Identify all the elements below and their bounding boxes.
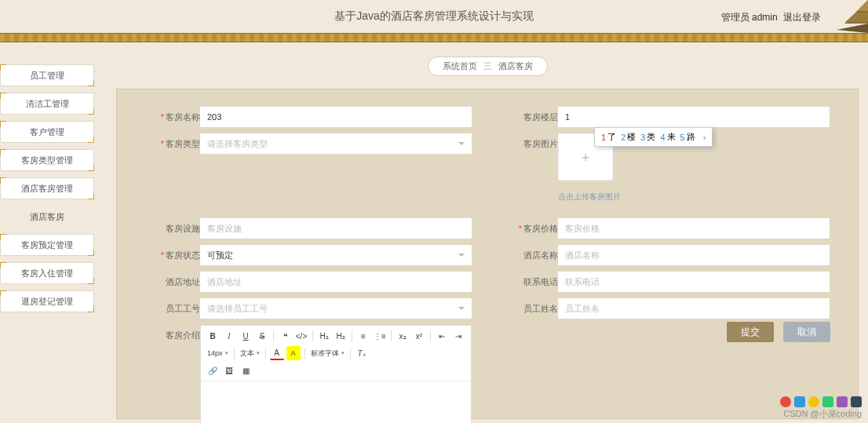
list-unordered-icon[interactable]: ⋮≡ xyxy=(373,329,387,343)
link-icon[interactable]: 🔗 xyxy=(206,363,220,377)
roof-decoration xyxy=(821,0,868,33)
sidebar: 员工管理 清洁工管理 客户管理 客房类型管理 酒店客房管理 酒店客房 客房预定管… xyxy=(0,42,100,423)
bold-icon[interactable]: B xyxy=(206,329,220,343)
plus-icon: ＋ xyxy=(578,148,593,166)
italic-icon[interactable]: I xyxy=(222,329,236,343)
fontsize-select[interactable]: 14px▾ xyxy=(206,349,230,357)
sidebar-item-rooms[interactable]: 酒店客房 xyxy=(0,206,94,228)
sidebar-item-hotelroom[interactable]: 酒店客房管理 xyxy=(0,177,94,199)
subscript-icon[interactable]: x₂ xyxy=(396,329,410,343)
breadcrumb: 系统首页 三 酒店客房 xyxy=(428,57,548,76)
header-userinfo: 管理员 admin 退出登录 xyxy=(721,11,821,24)
strike-icon[interactable]: S xyxy=(255,329,269,343)
clearformat-icon[interactable]: Tₓ xyxy=(355,346,369,360)
admin-label: 管理员 admin xyxy=(721,12,778,23)
ime-candidate-popup[interactable]: 1了 2楼 3类 4来 5路 › xyxy=(594,127,713,147)
sidebar-item-checkin[interactable]: 客房入住管理 xyxy=(0,262,94,284)
stdfont-select[interactable]: 标准字体▾ xyxy=(309,348,346,359)
breadcrumb-home[interactable]: 系统首页 xyxy=(443,60,477,72)
form-panel: *客房名称 客房楼层 *客房类型 请选择客房类型 客房图片 ＋ xyxy=(116,89,859,419)
room-type-select[interactable]: 请选择客房类型 xyxy=(200,133,472,154)
contact-phone-input[interactable] xyxy=(558,272,830,292)
table-icon[interactable]: ▦ xyxy=(239,363,253,377)
logout-link[interactable]: 退出登录 xyxy=(783,12,821,23)
staff-name-input[interactable] xyxy=(558,298,830,319)
h1-icon[interactable]: H₁ xyxy=(317,329,331,343)
room-price-input[interactable] xyxy=(558,218,830,239)
upload-hint: 点击上传客房图片 xyxy=(558,191,830,202)
chevron-right-icon[interactable]: › xyxy=(703,133,706,142)
sidebar-item-roomtype[interactable]: 客房类型管理 xyxy=(0,149,94,171)
underline-icon[interactable]: U xyxy=(239,329,253,343)
room-status-select[interactable]: 可预定 xyxy=(200,245,472,265)
breadcrumb-sep: 三 xyxy=(483,60,492,72)
room-device-input[interactable] xyxy=(200,218,472,239)
hotel-addr-input[interactable] xyxy=(200,272,472,292)
room-floor-input[interactable] xyxy=(558,107,830,127)
hotel-name-input[interactable] xyxy=(558,245,830,265)
main-content: 系统首页 三 酒店客房 *客房名称 客房楼层 *客房类型 请选择客房类型 xyxy=(100,42,868,423)
staff-id-select[interactable]: 请选择员工工号 xyxy=(200,298,472,319)
header: 基于Java的酒店客房管理系统设计与实现 管理员 admin 退出登录 xyxy=(0,0,868,33)
indent-icon[interactable]: ⇥ xyxy=(451,329,465,343)
image-icon[interactable]: 🖼 xyxy=(222,363,236,377)
overlay-app-icons xyxy=(780,396,862,407)
submit-button[interactable]: 提交 xyxy=(727,322,774,342)
editor-toolbar: B I U S ❝ </> H₁ H₂ xyxy=(201,326,471,381)
fontcolor-icon[interactable]: A xyxy=(270,346,284,360)
sidebar-item-staff[interactable]: 员工管理 xyxy=(0,64,94,86)
outdent-icon[interactable]: ⇤ xyxy=(435,329,449,343)
cancel-button[interactable]: 取消 xyxy=(783,322,830,342)
sidebar-item-customer[interactable]: 客户管理 xyxy=(0,121,94,143)
sidebar-item-checkout[interactable]: 退房登记管理 xyxy=(0,290,94,312)
page-title: 基于Java的酒店客房管理系统设计与实现 xyxy=(334,9,534,24)
rich-text-editor[interactable]: B I U S ❝ </> H₁ H₂ xyxy=(200,325,472,423)
quote-icon[interactable]: ❝ xyxy=(278,329,292,343)
code-icon[interactable]: </> xyxy=(294,329,308,343)
breadcrumb-current: 酒店客房 xyxy=(498,60,533,72)
room-name-input[interactable] xyxy=(200,107,472,127)
textstyle-select[interactable]: 文本▾ xyxy=(239,348,261,359)
sidebar-item-cleaner[interactable]: 清洁工管理 xyxy=(0,93,94,115)
sidebar-item-reserve[interactable]: 客房预定管理 xyxy=(0,234,94,256)
bgcolor-icon[interactable]: A xyxy=(286,346,301,360)
list-ordered-icon[interactable]: ≡ xyxy=(356,329,370,343)
decorative-band xyxy=(0,33,868,42)
superscript-icon[interactable]: x² xyxy=(412,329,426,343)
watermark: CSDN @小菜coding xyxy=(783,408,862,420)
h2-icon[interactable]: H₂ xyxy=(334,329,348,343)
